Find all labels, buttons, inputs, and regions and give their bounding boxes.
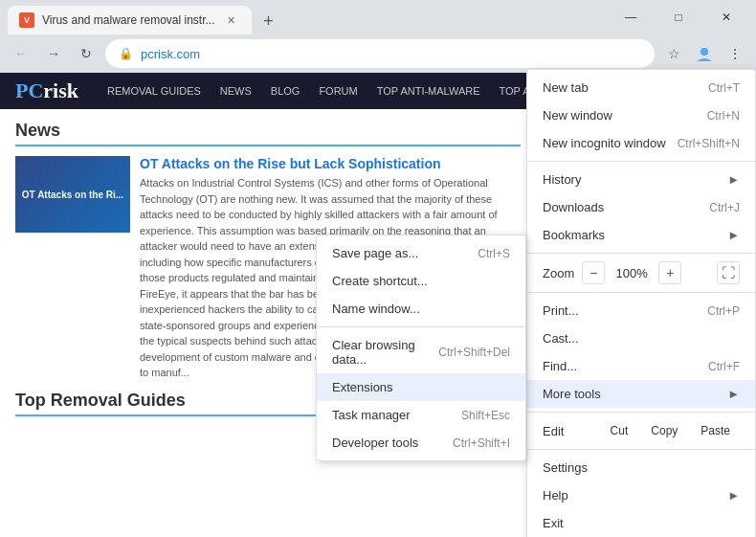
meter-bar-1: [604, 263, 611, 275]
malware-description: Increased attack rate of infections dete…: [548, 307, 745, 339]
nav-forum[interactable]: FORUM: [309, 79, 367, 102]
sidebar-divider: [548, 347, 745, 347]
article1-content: OT Attacks on the Rise but Lack Sophisti…: [140, 156, 521, 381]
close-button[interactable]: ✕: [704, 3, 748, 32]
address-bar: ← → ↻ 🔒 pcrisk.com ☆ ⋮: [0, 34, 756, 73]
page-body: News OT Attacks on the Ri... OT Attacks …: [0, 109, 756, 537]
bookmark-icon[interactable]: ☆: [660, 40, 687, 67]
browser-chrome: V Virus and malware removal instr... × +…: [0, 0, 756, 73]
url-bar[interactable]: 🔒 pcrisk.com: [105, 39, 655, 68]
meter-bar-3: [623, 263, 631, 275]
meter-bar-row: [604, 263, 678, 275]
virus-removal-text: This page provides information on how: [548, 376, 745, 392]
meter-bar-7: [661, 263, 669, 275]
article2-preview: Healthcare in Ireland Healthcare in Irel…: [537, 109, 756, 221]
maximize-button[interactable]: □: [656, 3, 700, 32]
tab-favicon: V: [19, 12, 34, 28]
site-nav: REMOVAL GUIDES NEWS BLOG FORUM TOP ANTI-…: [98, 79, 677, 102]
content-area: News OT Attacks on the Ri... OT Attacks …: [0, 109, 536, 537]
article2-title[interactable]: Healthcare in Ireland, New Zealand, and …: [633, 119, 745, 172]
article1-thumbnail: OT Attacks on the Ri...: [15, 156, 130, 233]
globe-icon: [548, 252, 596, 300]
reload-button[interactable]: ↻: [73, 40, 100, 67]
right-sidebar: Healthcare in Ireland Healthcare in Irel…: [536, 109, 756, 537]
tab-title: Virus and malware removal instr...: [42, 13, 215, 27]
article1-body: Attacks on Industrial Control Systems (I…: [140, 175, 521, 381]
page-content: PC risk REMOVAL GUIDES NEWS BLOG FORUM T…: [0, 73, 756, 537]
news-card-1: OT Attacks on the Ri... OT Attacks on th…: [15, 156, 521, 381]
title-bar: V Virus and malware removal instr... × +…: [0, 0, 756, 34]
logo-risk: risk: [43, 78, 78, 103]
top-removal-title: Top Removal Guides: [15, 391, 521, 416]
news-section-title: News: [15, 121, 521, 146]
removal-section-title: Top Removal Guides: [15, 391, 521, 416]
nav-antivirus[interactable]: TOP ANTIVIRUS 2021: [490, 79, 615, 102]
malware-activity-section: Global malware activity level today:: [537, 221, 756, 402]
article2-thumb-text: Healthcare in Ireland: [548, 136, 625, 159]
malware-activity-title: Global malware activity level today:: [548, 231, 745, 244]
article2-thumbnail: Healthcare in Ireland: [548, 119, 625, 176]
menu-icon[interactable]: ⋮: [722, 40, 748, 67]
lock-icon: 🔒: [119, 47, 133, 60]
nav-anti-malware[interactable]: TOP ANTI-MALWARE: [367, 79, 490, 102]
tab-bar: V Virus and malware removal instr... × +: [8, 0, 282, 34]
tab-close-button[interactable]: ×: [223, 11, 240, 29]
thumb-text: OT Attacks on the Ri...: [22, 190, 123, 200]
site-header: PC risk REMOVAL GUIDES NEWS BLOG FORUM T…: [0, 73, 756, 109]
active-tab[interactable]: V Virus and malware removal instr... ×: [8, 6, 252, 34]
article2-body: The Colonial Pipeline Incident rocked th…: [633, 176, 745, 211]
nav-more[interactable]: WEBSI...: [614, 79, 677, 102]
window-controls: — □ ✕: [609, 3, 748, 32]
url-text: pcrisk.com: [141, 47, 641, 61]
meter-bars: MEDIUM: [604, 263, 678, 289]
nav-blog[interactable]: BLOG: [261, 79, 310, 102]
meter-level-label: MEDIUM: [604, 278, 678, 289]
article2-content: Healthcare in Ireland, New Zealand, and …: [633, 119, 745, 211]
site-logo: PC risk: [15, 78, 78, 103]
meter-bar-2: [613, 263, 621, 275]
meter-bar-4: [633, 263, 640, 275]
profile-icon[interactable]: [691, 40, 718, 67]
meter-bar-8: [671, 263, 678, 275]
nav-news[interactable]: NEWS: [211, 79, 261, 102]
new-tab-button[interactable]: +: [256, 8, 282, 34]
svg-point-0: [700, 48, 708, 56]
main-content: PC risk REMOVAL GUIDES NEWS BLOG FORUM T…: [0, 73, 756, 537]
toolbar-icons: ☆ ⋮: [660, 40, 748, 67]
meter-bar-6: [652, 263, 659, 275]
forward-button[interactable]: →: [40, 40, 67, 67]
nav-removal-guides[interactable]: REMOVAL GUIDES: [98, 79, 211, 102]
minimize-button[interactable]: —: [609, 3, 653, 32]
virus-removal-title: Virus and malware removal: [548, 355, 745, 369]
back-button[interactable]: ←: [8, 40, 34, 67]
meter-bar-5: [642, 263, 650, 275]
article1-title[interactable]: OT Attacks on the Rise but Lack Sophisti…: [140, 156, 521, 171]
logo-pc: PC: [15, 78, 43, 103]
malware-meter: MEDIUM: [548, 252, 745, 300]
